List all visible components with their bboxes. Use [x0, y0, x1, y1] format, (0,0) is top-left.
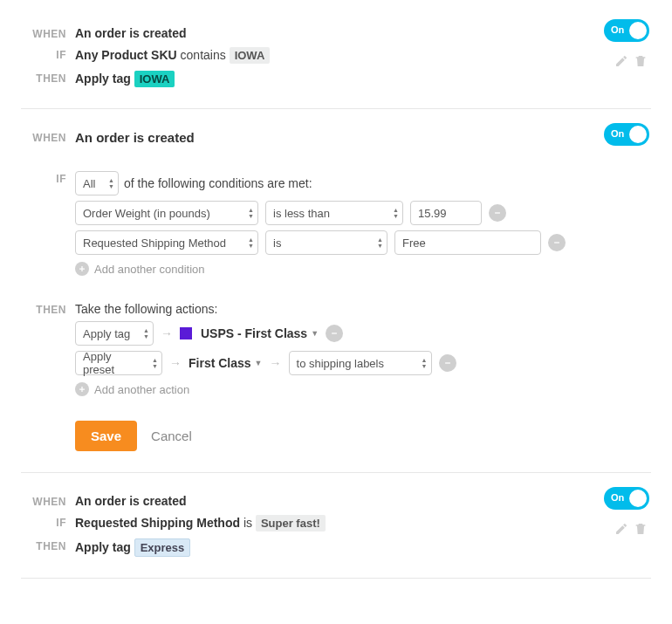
delete-icon[interactable]: [634, 522, 648, 536]
if-label: IF: [21, 169, 75, 185]
when-label: WHEN: [21, 24, 75, 40]
arrow-icon: →: [270, 356, 282, 370]
tag-color-swatch: [180, 327, 192, 339]
then-tag: IOWA: [134, 71, 175, 87]
then-intro: Take the following actions:: [75, 302, 651, 316]
condition-row: Order Weight (in pounds) ▲▼ is less than…: [75, 201, 651, 225]
action-dest-select[interactable]: to shipping labels ▲▼: [289, 351, 432, 375]
save-button[interactable]: Save: [75, 421, 137, 451]
then-prefix: Apply tag: [75, 72, 131, 86]
action-dest-value: to shipping labels: [297, 357, 384, 370]
stepper-icon: ▲▼: [393, 207, 399, 219]
if-label: IF: [21, 45, 75, 61]
if-value-tag: Super fast!: [256, 515, 326, 531]
when-text: An order is created: [75, 494, 187, 508]
remove-condition-button[interactable]: [489, 204, 506, 222]
add-action-label: Add another action: [94, 383, 189, 396]
if-label: IF: [21, 513, 75, 529]
add-condition-link[interactable]: Add another condition: [75, 262, 651, 276]
plus-icon: [75, 382, 89, 396]
if-value-tag: IOWA: [230, 47, 271, 64]
caret-down-icon: ▼: [311, 329, 319, 338]
remove-action-button[interactable]: [326, 325, 343, 342]
action-preset-value: First Class: [189, 356, 251, 370]
stepper-icon: ▲▼: [143, 327, 149, 339]
if-field: Requested Shipping Method: [75, 516, 240, 530]
delete-icon[interactable]: [634, 54, 648, 68]
svg-rect-3: [445, 362, 450, 363]
condition-value-text: 15.99: [418, 207, 447, 220]
if-mode-value: All: [83, 177, 95, 190]
toggle-label: On: [611, 492, 624, 503]
action-type-select[interactable]: Apply tag ▲▼: [75, 321, 154, 346]
svg-rect-2: [332, 333, 337, 333]
if-suffix: of the following conditions are met:: [124, 176, 312, 190]
remove-action-button[interactable]: [439, 354, 456, 372]
stepper-icon: ▲▼: [248, 237, 254, 249]
condition-op-value: is: [273, 237, 281, 250]
condition-field-value: Order Weight (in pounds): [83, 207, 210, 220]
action-row: Apply tag ▲▼ → USPS - First Class ▼: [75, 321, 651, 346]
toggle-knob: [629, 126, 647, 143]
toggle-knob: [629, 490, 647, 507]
condition-value-input[interactable]: Free: [394, 230, 541, 255]
condition-value-text: Free: [402, 237, 426, 250]
toggle-knob: [629, 22, 647, 39]
stepper-icon: ▲▼: [152, 357, 158, 369]
then-label: THEN: [21, 69, 75, 85]
then-tag: Express: [134, 538, 191, 557]
caret-down-icon: ▼: [255, 359, 263, 367]
toggle-label: On: [611, 128, 624, 139]
rule-readonly-2: On WHEN An order is created IF Requested…: [21, 485, 651, 579]
edit-icon[interactable]: [614, 522, 628, 536]
stepper-icon: ▲▼: [422, 357, 428, 369]
svg-rect-0: [495, 212, 500, 213]
action-tag-value: USPS - First Class: [201, 326, 307, 340]
arrow-icon: →: [169, 356, 182, 370]
condition-field-select[interactable]: Order Weight (in pounds) ▲▼: [75, 201, 258, 225]
if-verb: is: [243, 516, 252, 530]
if-mode-select[interactable]: All ▲▼: [75, 171, 119, 195]
then-prefix: Apply tag: [75, 540, 131, 554]
condition-value-input[interactable]: 15.99: [410, 201, 482, 225]
rule-editor: On WHEN An order is created IF All ▲▼ of…: [21, 121, 651, 473]
action-preset-dropdown[interactable]: First Class ▼: [189, 356, 263, 370]
rule-toggle[interactable]: On: [604, 19, 649, 42]
edit-icon[interactable]: [614, 54, 628, 68]
stepper-icon: ▲▼: [108, 177, 114, 189]
condition-field-value: Requested Shipping Method: [83, 237, 226, 250]
when-label: WHEN: [21, 128, 75, 144]
add-condition-label: Add another condition: [94, 263, 204, 276]
rule-toggle[interactable]: On: [604, 123, 649, 146]
toggle-label: On: [611, 24, 624, 35]
add-action-link[interactable]: Add another action: [75, 382, 651, 396]
stepper-icon: ▲▼: [377, 237, 383, 249]
stepper-icon: ▲▼: [248, 207, 254, 219]
then-label: THEN: [21, 537, 75, 552]
then-label: THEN: [21, 300, 75, 316]
rule-toggle[interactable]: On: [604, 487, 649, 510]
when-text: An order is created: [75, 26, 187, 40]
if-verb: contains: [181, 48, 226, 62]
action-type-select[interactable]: Apply preset ▲▼: [75, 351, 162, 375]
plus-icon: [75, 262, 89, 276]
if-field: Any Product SKU: [75, 48, 177, 62]
remove-condition-button[interactable]: [548, 234, 566, 251]
condition-op-select[interactable]: is ▲▼: [265, 230, 387, 255]
condition-op-select[interactable]: is less than ▲▼: [265, 201, 403, 225]
condition-row: Requested Shipping Method ▲▼ is ▲▼ Free: [75, 230, 651, 255]
rule-readonly-1: On WHEN An order is created IF Any Produ…: [21, 17, 651, 109]
condition-op-value: is less than: [273, 207, 330, 220]
action-type-value: Apply tag: [83, 327, 130, 340]
svg-rect-1: [554, 242, 559, 243]
action-type-value: Apply preset: [83, 350, 142, 376]
when-text: An order is created: [75, 130, 195, 145]
arrow-icon: →: [161, 326, 173, 340]
cancel-button[interactable]: Cancel: [151, 429, 192, 443]
condition-field-select[interactable]: Requested Shipping Method ▲▼: [75, 230, 258, 255]
when-label: WHEN: [21, 492, 75, 508]
action-tag-dropdown[interactable]: USPS - First Class ▼: [201, 326, 319, 340]
action-row: Apply preset ▲▼ → First Class ▼ → to shi…: [75, 351, 651, 375]
